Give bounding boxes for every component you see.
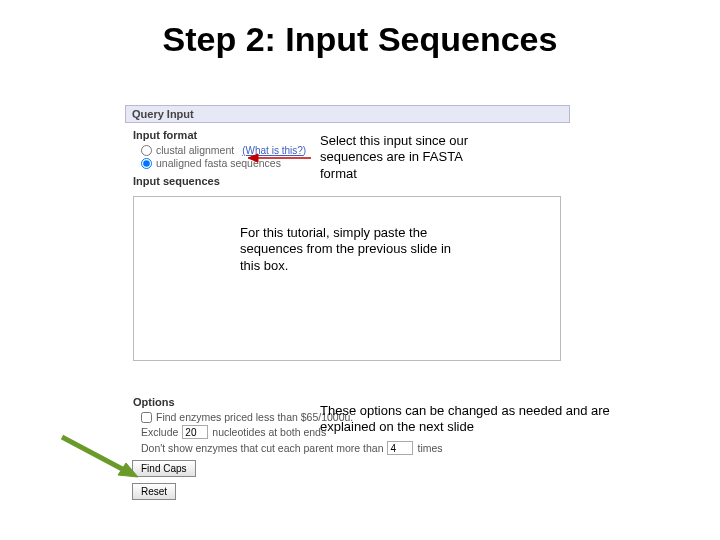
opt-exclude-post: nucleotides at both ends	[212, 426, 326, 438]
arrow-icon	[60, 435, 140, 485]
opt-cut-post: times	[417, 442, 442, 454]
slide-title: Step 2: Input Sequences	[0, 20, 720, 59]
opt-cut: Don't show enzymes that cut each parent …	[141, 441, 570, 455]
svg-marker-3	[118, 463, 138, 477]
opt-price-checkbox[interactable]	[141, 412, 152, 423]
opt-cut-pre: Don't show enzymes that cut each parent …	[141, 442, 383, 454]
opt-cut-input[interactable]	[387, 441, 413, 455]
callout-paste-sequences: For this tutorial, simply paste the sequ…	[240, 225, 460, 274]
opt-exclude-input[interactable]	[182, 425, 208, 439]
radio-fasta-input[interactable]	[141, 158, 152, 169]
svg-line-2	[62, 437, 126, 471]
radio-clustal-label: clustal alignment	[156, 144, 234, 156]
reset-button[interactable]: Reset	[132, 483, 176, 500]
callout-select-fasta: Select this input since our sequences ar…	[320, 133, 500, 182]
svg-marker-1	[248, 154, 258, 162]
arrow-icon	[248, 152, 312, 164]
button-row: Find Caps Reset	[132, 460, 196, 500]
sequences-textarea[interactable]	[133, 196, 561, 361]
opt-exclude-pre: Exclude	[141, 426, 178, 438]
callout-options: These options can be changed as needed a…	[320, 403, 610, 436]
find-caps-button[interactable]: Find Caps	[132, 460, 196, 477]
radio-clustal-input[interactable]	[141, 145, 152, 156]
query-input-header: Query Input	[125, 105, 570, 123]
